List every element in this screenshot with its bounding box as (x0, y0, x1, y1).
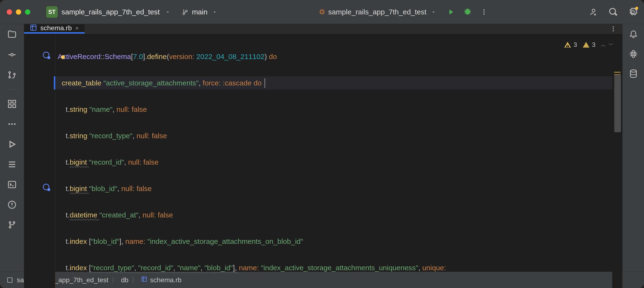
svg-rect-23 (8, 278, 12, 283)
warning-count-1: 3 (574, 38, 577, 51)
editor-gutter[interactable] (24, 34, 55, 288)
editor-scrollbar[interactable] (612, 34, 622, 288)
navigate-icon[interactable] (42, 182, 50, 191)
version-control-tool-button[interactable] (7, 220, 17, 230)
branch-icon (182, 8, 189, 15)
error-stripe[interactable] (614, 72, 620, 73)
tab-filename: schema.rb (40, 24, 72, 32)
prev-highlight-button[interactable]: ︿ (601, 38, 606, 51)
svg-rect-21 (567, 46, 568, 47)
chevron-down-icon[interactable] (165, 9, 170, 15)
chevron-down-icon[interactable] (212, 9, 217, 15)
tab-close-button[interactable]: × (75, 24, 79, 32)
text-cursor (264, 78, 265, 88)
vcs-branch-widget[interactable]: main (182, 8, 217, 16)
problems-tool-button[interactable] (7, 200, 17, 210)
database-tool-button[interactable] (629, 69, 638, 78)
warning-icon (564, 41, 571, 48)
chevron-down-icon (431, 9, 436, 15)
file-tab-schema[interactable]: schema.rb × (24, 24, 84, 34)
code-editor[interactable]: 3 3 ︿ ﹀ ActiveRecord::Schema[7.0].define… (24, 34, 622, 288)
ai-assistant-tool-button[interactable] (629, 49, 638, 58)
close-window-button[interactable] (7, 9, 12, 15)
commit-tool-button[interactable] (7, 50, 17, 59)
svg-rect-6 (13, 105, 16, 107)
svg-rect-17 (48, 56, 50, 59)
editor-area: schema.rb × 3 (24, 24, 622, 272)
left-tool-rail (0, 24, 24, 272)
svg-point-14 (613, 28, 614, 29)
run-config-selector[interactable]: ⚙︎ sample_rails_app_7th_ed_test (319, 8, 436, 16)
svg-point-8 (11, 123, 13, 125)
run-button[interactable] (447, 8, 455, 16)
next-highlight-button[interactable]: ﹀ (608, 38, 614, 51)
right-tool-rail (622, 24, 644, 272)
svg-point-2 (483, 13, 484, 15)
branch-name: main (192, 8, 208, 16)
project-name[interactable]: sample_rails_app_7th_ed_test (62, 8, 160, 16)
notifications-tool-button[interactable] (629, 30, 638, 39)
run-tool-button[interactable] (7, 139, 17, 149)
editor-tab-bar: schema.rb × (24, 24, 622, 34)
settings-button[interactable] (628, 8, 637, 16)
project-initials: ST (48, 9, 56, 15)
project-badge[interactable]: ST (46, 6, 58, 18)
warning-count-2: 3 (592, 38, 596, 51)
svg-rect-12 (31, 25, 36, 30)
svg-point-7 (8, 123, 10, 125)
window-controls (7, 9, 30, 15)
maximize-window-button[interactable] (25, 9, 30, 15)
structure-tool-button[interactable] (7, 99, 17, 109)
more-actions-button[interactable] (480, 8, 488, 15)
inspections-widget[interactable]: 3 3 ︿ ﹀ (561, 37, 616, 53)
search-everywhere-button[interactable] (609, 8, 618, 16)
svg-rect-19 (48, 188, 50, 191)
svg-rect-3 (8, 100, 11, 103)
debug-button[interactable] (464, 8, 472, 16)
svg-point-1 (483, 11, 484, 12)
svg-rect-10 (8, 181, 16, 188)
pull-requests-tool-button[interactable] (7, 70, 17, 80)
tool-windows-toggle[interactable] (7, 277, 13, 283)
minimize-window-button[interactable] (16, 9, 21, 15)
svg-point-13 (613, 26, 614, 27)
svg-point-22 (630, 70, 636, 72)
weak-warning-icon (582, 41, 590, 48)
svg-rect-5 (8, 105, 11, 107)
scrollbar-thumb[interactable] (614, 75, 621, 132)
svg-point-0 (483, 9, 484, 10)
more-tool-windows-button[interactable] (7, 119, 17, 129)
run-config-name: sample_rails_app_7th_ed_test (328, 8, 426, 16)
code-with-me-button[interactable] (589, 8, 598, 16)
svg-point-15 (613, 30, 614, 31)
svg-point-9 (14, 123, 16, 125)
project-tool-button[interactable] (7, 30, 17, 39)
database-table-icon (30, 24, 37, 32)
svg-rect-20 (567, 44, 568, 46)
terminal-tool-button[interactable] (7, 180, 17, 189)
todo-tool-button[interactable] (7, 160, 17, 169)
titlebar: ST sample_rails_app_7th_ed_test main ⚙︎ … (0, 0, 644, 24)
svg-rect-4 (13, 100, 16, 103)
code-content[interactable]: ActiveRecord::Schema[7.0].define(version… (55, 34, 622, 288)
tab-options-button[interactable] (610, 25, 616, 32)
rails-icon: ⚙︎ (319, 8, 325, 16)
navigate-icon[interactable] (42, 50, 50, 59)
